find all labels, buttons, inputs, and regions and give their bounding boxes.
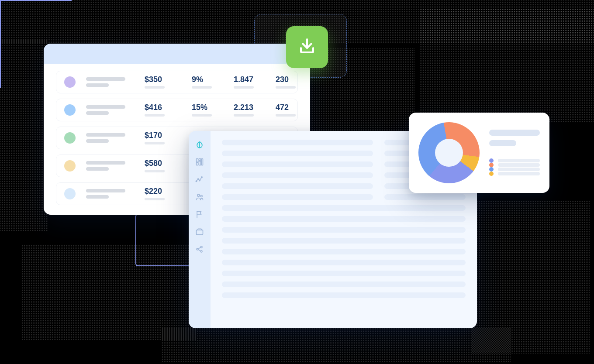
placeholder-line xyxy=(222,271,466,276)
cell-sublabel-placeholder xyxy=(192,114,212,117)
cell-sublabel-placeholder xyxy=(276,86,296,89)
cell-value: $170 xyxy=(145,131,181,139)
flag-icon[interactable] xyxy=(195,209,204,219)
table-cell: 9% xyxy=(192,76,223,89)
row-label-placeholder xyxy=(86,105,134,115)
placeholder-line xyxy=(222,183,373,189)
legend-dot xyxy=(489,163,494,167)
table-row[interactable]: $3509%1.847230 xyxy=(56,71,298,93)
legend-item xyxy=(489,158,540,163)
cell-sublabel-placeholder xyxy=(145,86,165,89)
table-cell: 2.213 xyxy=(234,103,265,117)
placeholder-line xyxy=(222,238,466,244)
team-icon[interactable] xyxy=(195,192,204,202)
wallet-icon[interactable] xyxy=(195,227,204,237)
table-cell: 230 xyxy=(276,76,307,89)
table-cell: $580 xyxy=(145,159,181,172)
cell-sublabel-placeholder xyxy=(145,170,165,172)
legend-dot xyxy=(489,167,494,172)
svg-rect-11 xyxy=(197,230,203,235)
connector-line xyxy=(0,0,72,1)
legend-dot xyxy=(489,172,494,176)
avatar xyxy=(64,104,76,116)
placeholder-line xyxy=(222,249,466,254)
placeholder-line xyxy=(222,216,466,222)
avatar xyxy=(64,132,76,144)
table-cell: 15% xyxy=(192,103,223,117)
cell-sublabel-placeholder xyxy=(192,86,212,89)
placeholder-line xyxy=(222,282,466,287)
donut-legend xyxy=(489,130,540,176)
row-label-placeholder xyxy=(86,77,134,87)
row-label-placeholder xyxy=(86,189,134,199)
svg-rect-4 xyxy=(201,159,203,165)
analytics-icon[interactable] xyxy=(195,175,204,184)
download-icon xyxy=(297,36,318,58)
table-row[interactable]: $41615%2.213472 xyxy=(56,99,298,121)
avatar xyxy=(64,188,76,199)
donut-chart xyxy=(418,122,480,183)
legend-label-placeholder xyxy=(498,168,540,171)
legend-subtitle-placeholder xyxy=(489,140,516,146)
cell-sublabel-placeholder xyxy=(145,198,165,200)
cell-sublabel-placeholder xyxy=(145,142,165,144)
cell-value: $416 xyxy=(145,103,181,111)
placeholder-line xyxy=(222,151,373,156)
placeholder-line xyxy=(222,260,466,265)
svg-rect-0 xyxy=(197,159,198,162)
placeholder-line xyxy=(222,194,373,200)
legend-label-placeholder xyxy=(498,172,540,175)
dashboard-icon[interactable] xyxy=(195,157,204,167)
placeholder-line xyxy=(222,161,373,167)
table-cell: $350 xyxy=(145,76,181,89)
svg-point-10 xyxy=(200,195,202,197)
legend-dot xyxy=(489,158,494,163)
cell-value: $580 xyxy=(145,159,181,167)
placeholder-line xyxy=(222,227,466,233)
logo-icon[interactable] xyxy=(195,140,204,149)
legend-item xyxy=(489,172,540,176)
table-cell: $416 xyxy=(145,103,181,117)
app-sidebar xyxy=(189,131,211,328)
cell-value: 9% xyxy=(192,76,223,83)
cell-value: 230 xyxy=(276,76,307,83)
connector-line xyxy=(0,1,1,88)
cell-sublabel-placeholder xyxy=(276,114,296,117)
avatar xyxy=(64,160,76,172)
cell-value: 1.847 xyxy=(234,76,265,83)
cell-value: $350 xyxy=(145,76,181,83)
placeholder-line xyxy=(384,194,466,200)
svg-rect-3 xyxy=(199,161,200,165)
share-icon[interactable] xyxy=(195,244,204,254)
donut-chart-card xyxy=(409,113,549,193)
table-cell: 1.847 xyxy=(234,76,265,89)
row-label-placeholder xyxy=(86,133,134,143)
cell-sublabel-placeholder xyxy=(234,86,254,89)
svg-point-9 xyxy=(197,194,200,196)
cell-value: 2.213 xyxy=(234,103,265,111)
avatar xyxy=(64,76,76,88)
legend-label-placeholder xyxy=(498,163,540,167)
legend-item xyxy=(489,167,540,172)
legend-title-placeholder xyxy=(489,130,540,136)
table-cell: $170 xyxy=(145,131,181,144)
table-cell: $220 xyxy=(145,187,181,200)
cell-sublabel-placeholder xyxy=(145,114,165,117)
cell-value: 472 xyxy=(276,103,307,111)
row-label-placeholder xyxy=(86,161,134,171)
placeholder-line xyxy=(222,172,373,178)
legend-item xyxy=(489,163,540,167)
legend-label-placeholder xyxy=(498,159,540,162)
table-header-bar xyxy=(44,44,310,64)
download-button[interactable] xyxy=(286,26,328,68)
svg-rect-1 xyxy=(199,159,200,161)
table-cell: 472 xyxy=(276,103,307,117)
cell-sublabel-placeholder xyxy=(234,114,254,117)
cell-value: 15% xyxy=(192,103,223,111)
placeholder-line xyxy=(222,140,373,145)
cell-value: $220 xyxy=(145,187,181,195)
svg-rect-2 xyxy=(197,163,198,165)
connector-line xyxy=(135,214,192,266)
placeholder-line xyxy=(222,292,466,298)
placeholder-line xyxy=(222,205,466,211)
